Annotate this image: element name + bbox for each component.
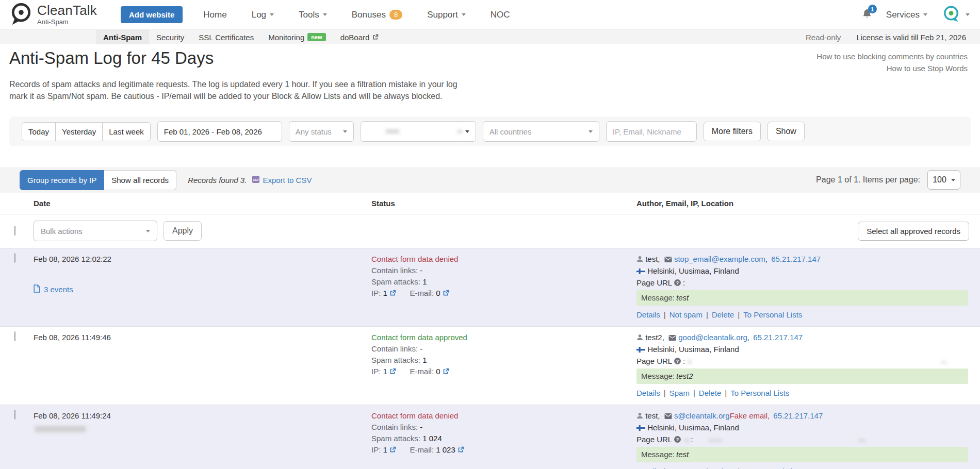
show-button[interactable]: Show — [767, 122, 805, 141]
description-line-2: mark it as Spam/Not spam. Be cautious - … — [9, 90, 971, 102]
readonly-indicator: Read-only — [806, 33, 841, 42]
items-per-page-select[interactable]: 100 — [927, 170, 960, 190]
action-to-personal-lists[interactable]: To Personal Lists — [743, 310, 802, 319]
quick-filter-today[interactable]: Today — [22, 122, 56, 141]
status-filter-select[interactable]: Any status — [289, 121, 354, 142]
separator: | — [706, 310, 708, 319]
status-filter-value: Any status — [296, 127, 332, 136]
redacted-text — [941, 361, 946, 364]
nav-noc[interactable]: NOC — [491, 10, 510, 20]
quick-filter-last-week[interactable]: Last week — [102, 122, 151, 141]
quick-filter-yesterday[interactable]: Yesterday — [55, 122, 103, 141]
nav-bonuses[interactable]: Bonuses 8 — [352, 10, 402, 20]
nav-log[interactable]: Log — [252, 10, 274, 20]
external-link-icon — [372, 33, 379, 42]
action-not-spam[interactable]: Not spam — [669, 467, 703, 469]
svg-text:?: ? — [676, 359, 679, 364]
external-link-icon[interactable] — [389, 366, 396, 378]
email-label: E-mail: — [410, 445, 434, 454]
spam-attacks-value: 1 — [422, 356, 427, 364]
help-link-stop-words[interactable]: How to use Stop Words — [816, 62, 968, 74]
table-row: Feb 08, 2026 11:49:24 Contact form data … — [0, 405, 980, 469]
separator: | — [725, 389, 727, 397]
apply-button[interactable]: Apply — [164, 221, 202, 241]
license-status: License is valid till Feb 21, 2026 — [856, 33, 966, 42]
export-to-csv-link[interactable]: CSV Export to CSV — [252, 175, 312, 185]
notifications-button[interactable]: 1 — [862, 9, 872, 21]
author-ip-link[interactable]: 65.21.217.147 — [753, 333, 803, 342]
tab-anti-spam[interactable]: Anti-Spam — [96, 30, 149, 44]
row-checkbox[interactable] — [14, 331, 15, 341]
website-filter-select[interactable] — [361, 121, 476, 142]
action-to-personal-lists[interactable]: To Personal Lists — [730, 389, 789, 397]
author-email-link[interactable]: s@cleantalk.org — [674, 411, 730, 420]
page-url-label: Page URL — [636, 435, 672, 444]
external-link-icon[interactable] — [389, 288, 396, 299]
tab-security[interactable]: Security — [149, 30, 191, 44]
external-link-icon[interactable] — [389, 445, 396, 456]
services-menu[interactable]: Services — [886, 10, 927, 20]
account-menu[interactable] — [942, 5, 970, 25]
chevron-down-icon — [465, 130, 469, 133]
help-link-blocking-countries[interactable]: How to use blocking comments by countrie… — [816, 51, 968, 62]
nav-tools[interactable]: Tools — [299, 10, 327, 20]
row-checkbox[interactable] — [14, 410, 15, 420]
author-email-link[interactable]: stop_email@example.com — [674, 255, 765, 263]
author-ip-link[interactable]: 65.21.217.147 — [771, 255, 821, 263]
external-link-icon[interactable] — [443, 366, 449, 378]
ip-count: 1 — [383, 367, 387, 376]
message-box: Message:test — [636, 447, 968, 462]
message-label: Message: — [641, 450, 675, 459]
action-to-personal-lists[interactable]: To Personal Lists — [743, 467, 802, 469]
brand[interactable]: CleanTalk Anti-Spam — [10, 2, 97, 27]
external-link-icon[interactable] — [458, 445, 464, 456]
services-label: Services — [886, 10, 920, 20]
help-question-icon[interactable]: ? — [674, 356, 681, 367]
date-range-input[interactable]: Feb 01, 2026 - Feb 08, 2026 — [157, 121, 282, 142]
countries-filter-select[interactable]: All countries — [483, 121, 599, 142]
author-location: Helsinki, Uusimaa, Finland — [647, 423, 739, 432]
action-delete[interactable]: Delete — [712, 467, 734, 469]
chevron-down-icon — [343, 130, 347, 133]
separator: | — [664, 389, 666, 397]
external-link-icon[interactable] — [443, 288, 449, 299]
action-details[interactable]: Details — [636, 389, 660, 397]
tab-ssl-certificates[interactable]: SSL Certificates — [191, 30, 261, 44]
row-checkbox[interactable] — [14, 253, 15, 263]
document-icon — [34, 284, 40, 294]
nav-support[interactable]: Support — [427, 10, 466, 20]
select-all-approved-button[interactable]: Select all approved records — [858, 222, 969, 241]
events-link[interactable]: 3 events — [34, 284, 371, 294]
select-all-checkbox[interactable] — [14, 226, 15, 236]
message-label: Message: — [641, 293, 675, 302]
description-line-1: Records of spam attacks and legitimate r… — [9, 78, 971, 90]
items-per-page-value: 100 — [933, 175, 946, 185]
records-found-text: Records found 3. — [188, 176, 247, 185]
action-details[interactable]: Details — [636, 310, 660, 319]
action-details[interactable]: Details — [636, 467, 660, 469]
tab-monitoring[interactable]: Monitoring new — [261, 30, 333, 44]
search-input[interactable] — [613, 127, 690, 136]
contain-links-value: - — [420, 344, 422, 353]
author-email-link[interactable]: good@cleantalk.org — [678, 333, 747, 342]
tab-doboard[interactable]: doBoard — [333, 30, 386, 44]
help-question-icon[interactable]: ? — [674, 278, 681, 289]
action-delete[interactable]: Delete — [699, 389, 721, 397]
show-all-records-toggle[interactable]: Show all records — [104, 170, 176, 190]
action-delete[interactable]: Delete — [712, 310, 734, 319]
help-question-icon[interactable]: ? — [674, 434, 681, 446]
group-records-by-ip-toggle[interactable]: Group records by IP — [20, 170, 104, 190]
svg-text:?: ? — [676, 280, 679, 286]
action-not-spam[interactable]: Not spam — [669, 310, 703, 319]
cleantalk-logo-icon — [10, 2, 32, 27]
action-spam[interactable]: Spam — [669, 389, 690, 397]
bulk-actions-select[interactable]: Bulk actions — [34, 221, 157, 241]
redacted-text — [685, 439, 689, 442]
author-ip-link[interactable]: 65.21.217.147 — [773, 411, 823, 420]
email-label: E-mail: — [410, 289, 434, 297]
separator: | — [664, 467, 666, 469]
more-filters-button[interactable]: More filters — [704, 122, 761, 141]
redacted-text — [858, 439, 865, 442]
add-website-button[interactable]: Add website — [121, 6, 183, 23]
nav-home[interactable]: Home — [203, 10, 226, 20]
